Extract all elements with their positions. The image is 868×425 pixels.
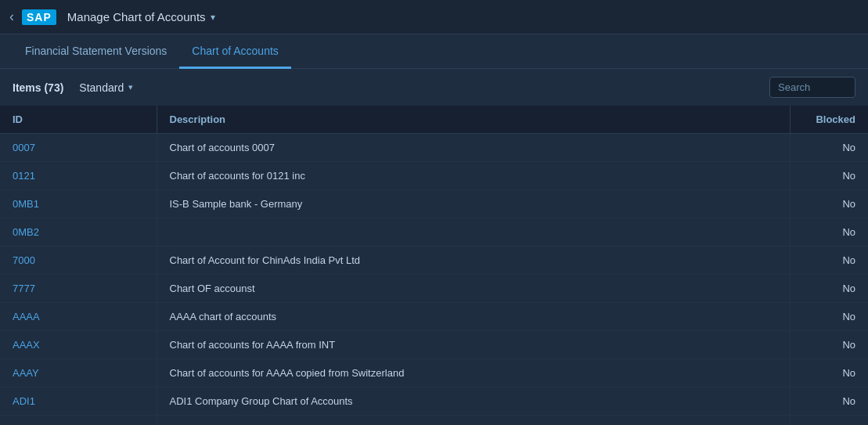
cell-description [157, 218, 790, 247]
table-row[interactable]: 0121Chart of accounts for 0121 incNo [0, 162, 868, 190]
table-row[interactable]: 7777Chart OF accounstNo [0, 275, 868, 303]
cell-id: ADI1 [0, 387, 157, 416]
cell-description: Chart of accounts for AAAA copied from S… [157, 359, 790, 387]
cell-description: Chart of accounts for AAAA from INT [157, 331, 790, 359]
cell-blocked: No [790, 416, 868, 426]
cell-blocked: No [790, 247, 868, 275]
table-body: 0007Chart of accounts 0007No0121Chart of… [0, 134, 868, 426]
cell-description: AAAA chart of accounts [157, 303, 790, 331]
toolbar: Items (73) Standard ▾ [0, 69, 868, 106]
view-chevron-icon: ▾ [128, 82, 133, 92]
sap-logo: SAP [22, 9, 56, 25]
cell-id: AAAA [0, 303, 157, 331]
cell-blocked: No [790, 162, 868, 190]
cell-id: 7000 [0, 247, 157, 275]
cell-id: BKMG [0, 416, 157, 426]
cell-blocked: No [790, 190, 868, 218]
cell-blocked: No [790, 387, 868, 416]
top-header-bar: ‹ SAP Manage Chart of Accounts ▾ [0, 0, 868, 34]
cell-blocked: No [790, 218, 868, 247]
column-header-description: Description [157, 106, 790, 134]
tab-financial-statement-versions[interactable]: Financial Statement Versions [13, 34, 179, 69]
cell-id: AAAY [0, 359, 157, 387]
app-title: Manage Chart of Accounts ▾ [67, 10, 215, 23]
cell-description: Chart OF accounst [157, 275, 790, 303]
cell-description: IS-B Sample bank - Germany [157, 190, 790, 218]
cell-id: 0MB2 [0, 218, 157, 247]
cell-id: 0007 [0, 134, 157, 162]
search-input[interactable] [769, 77, 855, 98]
cell-id: 7777 [0, 275, 157, 303]
back-icon: ‹ [9, 9, 14, 25]
cell-id: 0MB1 [0, 190, 157, 218]
cell-description: Chart of accounts 0007 [157, 134, 790, 162]
view-standard-button[interactable]: Standard ▾ [73, 78, 139, 97]
table-row[interactable]: AAAYChart of accounts for AAAA copied fr… [0, 359, 868, 387]
table-header: ID Description Blocked [0, 106, 868, 134]
table-row[interactable]: BKMGBank Chart of Accounts - Multi-GAAPN… [0, 416, 868, 426]
cell-blocked: No [790, 303, 868, 331]
cell-blocked: No [790, 359, 868, 387]
table-row[interactable]: 0MB1IS-B Sample bank - GermanyNo [0, 190, 868, 218]
tab-chart-of-accounts[interactable]: Chart of Accounts [179, 34, 291, 69]
cell-description: Bank Chart of Accounts - Multi-GAAP [157, 416, 790, 426]
cell-blocked: No [790, 275, 868, 303]
cell-description: Chart of Account for ChinAds India Pvt L… [157, 247, 790, 275]
cell-description: ADI1 Company Group Chart of Accounts [157, 387, 790, 416]
column-header-blocked: Blocked [790, 106, 868, 134]
table-row[interactable]: 0007Chart of accounts 0007No [0, 134, 868, 162]
table-row[interactable]: ADI1ADI1 Company Group Chart of Accounts… [0, 387, 868, 416]
content-area: Items (73) Standard ▾ ID Description Blo… [0, 69, 868, 425]
table-row[interactable]: 0MB2No [0, 218, 868, 247]
accounts-table: ID Description Blocked 0007Chart of acco… [0, 106, 868, 425]
cell-blocked: No [790, 134, 868, 162]
tab-bar: Financial Statement Versions Chart of Ac… [0, 34, 868, 69]
cell-blocked: No [790, 331, 868, 359]
table-header-row: ID Description Blocked [0, 106, 868, 134]
back-button[interactable]: ‹ [9, 9, 14, 25]
app-title-chevron-icon[interactable]: ▾ [211, 12, 215, 23]
column-header-id: ID [0, 106, 157, 134]
app-title-text: Manage Chart of Accounts [67, 10, 206, 23]
table-row[interactable]: AAAAAAAA chart of accountsNo [0, 303, 868, 331]
cell-id: AAAX [0, 331, 157, 359]
cell-description: Chart of accounts for 0121 inc [157, 162, 790, 190]
table-row[interactable]: 7000Chart of Account for ChinAds India P… [0, 247, 868, 275]
view-label: Standard [79, 81, 124, 94]
items-count: Items (73) [13, 81, 63, 94]
table-row[interactable]: AAAXChart of accounts for AAAA from INTN… [0, 331, 868, 359]
cell-id: 0121 [0, 162, 157, 190]
